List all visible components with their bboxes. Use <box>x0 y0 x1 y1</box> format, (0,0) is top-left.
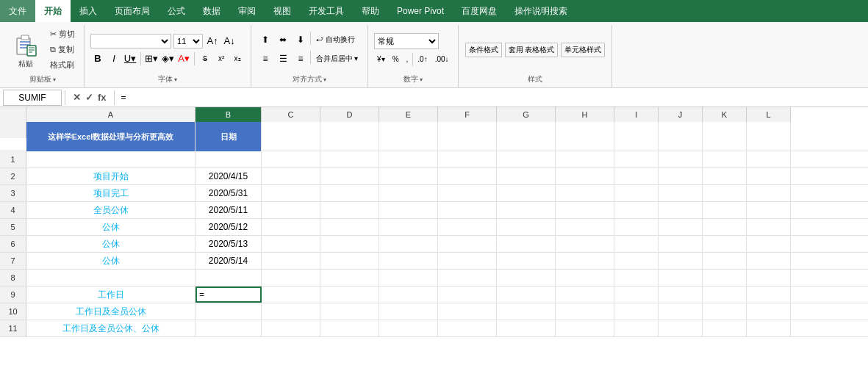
cell-col-e[interactable] <box>379 202 438 218</box>
align-left-button[interactable]: ≡ <box>257 51 273 67</box>
cell-col-h[interactable] <box>556 236 614 252</box>
cell-col-g[interactable] <box>497 236 556 252</box>
cell-col-f[interactable] <box>438 122 497 151</box>
col-header-k[interactable]: K <box>703 107 747 122</box>
cell-col-b[interactable]: = <box>196 286 262 303</box>
cell-col-k[interactable] <box>703 122 747 151</box>
cell-col-h[interactable] <box>556 286 614 303</box>
cell-col-l[interactable] <box>747 303 791 320</box>
align-top-button[interactable]: ⬆ <box>257 32 273 48</box>
cell-col-j[interactable] <box>659 122 703 151</box>
cell-col-e[interactable] <box>379 253 438 269</box>
cell-col-f[interactable] <box>438 286 497 303</box>
cell-col-j[interactable] <box>659 202 703 218</box>
ribbon-tab-Power Pivot[interactable]: Power Pivot <box>388 0 453 22</box>
col-header-g[interactable]: G <box>497 107 556 122</box>
align-middle-button[interactable]: ⬌ <box>275 32 291 48</box>
cell-col-j[interactable] <box>659 303 703 320</box>
confirm-icon[interactable]: ✓ <box>85 92 93 103</box>
col-header-d[interactable]: D <box>320 107 379 122</box>
cell-col-l[interactable] <box>747 185 791 201</box>
cell-col-k[interactable] <box>703 270 747 286</box>
alignment-expand-icon[interactable]: ▾ <box>323 76 326 83</box>
cell-col-c[interactable] <box>262 185 320 201</box>
ribbon-tab-公式[interactable]: 公式 <box>159 0 194 22</box>
ribbon-tab-开始[interactable]: 开始 <box>35 0 71 22</box>
italic-button[interactable]: I <box>107 51 121 66</box>
cell-col-g[interactable] <box>497 320 556 336</box>
cell-col-a[interactable] <box>26 151 196 167</box>
copy-button[interactable]: ⧉ 复制 <box>47 43 78 57</box>
cell-col-d[interactable] <box>320 270 379 286</box>
cell-col-a[interactable]: 公休 <box>26 219 196 235</box>
cell-col-a[interactable]: 工作日及全员公休、公休 <box>26 320 196 336</box>
cell-col-l[interactable] <box>747 219 791 235</box>
cell-style-button[interactable]: 单元格样式 <box>561 43 605 57</box>
cell-col-e[interactable] <box>379 270 438 286</box>
cell-col-j[interactable] <box>659 320 703 336</box>
cell-col-e[interactable] <box>379 303 438 320</box>
cell-col-j[interactable] <box>659 219 703 235</box>
cell-col-l[interactable] <box>747 270 791 286</box>
cell-col-g[interactable] <box>497 303 556 320</box>
cell-col-b[interactable]: 2020/5/31 <box>196 185 262 201</box>
number-format-select[interactable]: 常规 <box>374 33 439 49</box>
cell-col-f[interactable] <box>438 236 497 252</box>
percent-button[interactable]: % <box>390 52 402 67</box>
align-bottom-button[interactable]: ⬇ <box>293 32 309 48</box>
cell-col-f[interactable] <box>438 320 497 336</box>
cell-col-c[interactable] <box>262 219 320 235</box>
cell-col-b[interactable]: 2020/5/12 <box>196 219 262 235</box>
currency-button[interactable]: ¥▾ <box>374 52 388 67</box>
cell-col-g[interactable] <box>497 202 556 218</box>
cell-col-i[interactable] <box>614 185 659 201</box>
cell-col-i[interactable] <box>614 253 659 269</box>
cell-col-a[interactable]: 项目完工 <box>26 185 196 201</box>
cell-col-a[interactable]: 公休 <box>26 253 196 269</box>
cell-col-d[interactable] <box>320 185 379 201</box>
ribbon-tab-页面布局[interactable]: 页面布局 <box>106 0 159 22</box>
border-button[interactable]: ⊞▾ <box>144 51 159 66</box>
cell-col-c[interactable] <box>262 320 320 336</box>
cell-col-k[interactable] <box>703 202 747 218</box>
cell-col-h[interactable] <box>556 303 614 320</box>
cell-col-e[interactable] <box>379 286 438 303</box>
cell-col-k[interactable] <box>703 253 747 269</box>
ribbon-tab-帮助[interactable]: 帮助 <box>353 0 388 22</box>
ribbon-tab-审阅[interactable]: 审阅 <box>229 0 265 22</box>
cell-col-f[interactable] <box>438 151 497 167</box>
cell-col-b[interactable] <box>196 320 262 336</box>
cell-col-e[interactable] <box>379 219 438 235</box>
cell-col-d[interactable] <box>320 253 379 269</box>
cell-col-j[interactable] <box>659 185 703 201</box>
cell-col-i[interactable] <box>614 122 659 151</box>
cell-col-i[interactable] <box>614 320 659 336</box>
cell-col-c[interactable] <box>262 151 320 167</box>
paste-button[interactable]: 粘贴 <box>7 27 44 71</box>
cell-col-i[interactable] <box>614 236 659 252</box>
cell-col-b[interactable] <box>196 303 262 320</box>
cell-col-i[interactable] <box>614 151 659 167</box>
cell-col-f[interactable] <box>438 185 497 201</box>
align-center-button[interactable]: ☰ <box>275 51 291 67</box>
cell-col-h[interactable] <box>556 219 614 235</box>
cell-col-k[interactable] <box>703 303 747 320</box>
cell-col-f[interactable] <box>438 253 497 269</box>
cell-col-d[interactable] <box>320 286 379 303</box>
cell-col-l[interactable] <box>747 151 791 167</box>
font-color-button[interactable]: A▾ <box>176 51 191 66</box>
ribbon-tab-视图[interactable]: 视图 <box>265 0 300 22</box>
cell-col-c[interactable] <box>262 202 320 218</box>
col-header-j[interactable]: J <box>659 107 703 122</box>
cell-col-g[interactable] <box>497 151 556 167</box>
cell-col-a[interactable]: 工作日 <box>26 286 196 303</box>
cell-col-i[interactable] <box>614 286 659 303</box>
cell-col-j[interactable] <box>659 168 703 184</box>
cell-col-f[interactable] <box>438 202 497 218</box>
cell-col-h[interactable] <box>556 270 614 286</box>
col-header-f[interactable]: F <box>438 107 497 122</box>
increase-font-btn[interactable]: A↑ <box>205 34 220 48</box>
cell-col-d[interactable] <box>320 168 379 184</box>
cell-col-g[interactable] <box>497 122 556 151</box>
font-expand-icon[interactable]: ▾ <box>174 76 177 83</box>
